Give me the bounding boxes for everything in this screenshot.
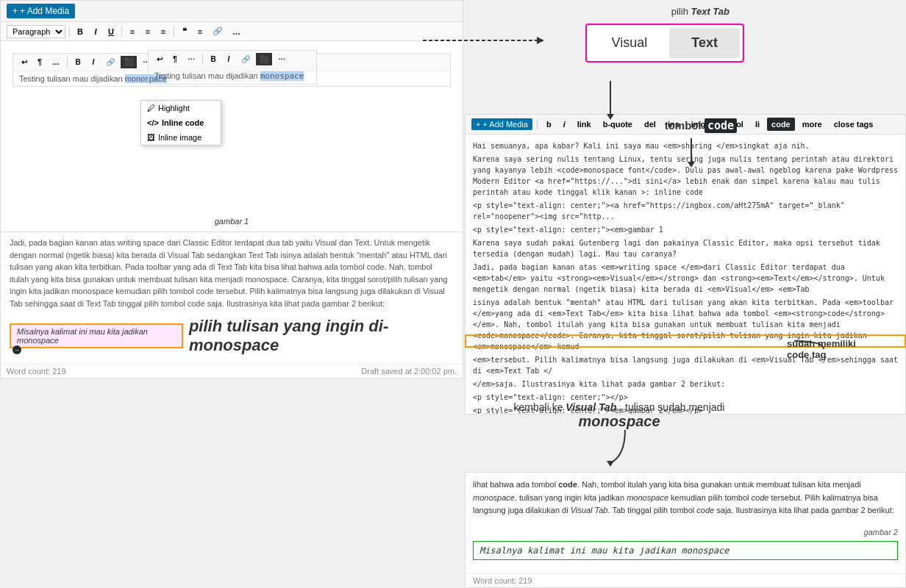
- word-count: Word count: 219: [7, 367, 66, 376]
- svg-marker-1: [537, 37, 544, 44]
- html-line-em2: </em>saja. Ilustrasinya kita lihat pada …: [473, 379, 898, 390]
- html-line-6: Jadi, pada bagian kanan atas <em>writing…: [473, 262, 898, 295]
- right-add-media-button[interactable]: + + Add Media: [471, 118, 532, 130]
- sep-2: [202, 54, 203, 65]
- i-btn-2[interactable]: I: [222, 53, 235, 65]
- para-btn-2[interactable]: ¶: [168, 53, 182, 65]
- html-line-2: Karena saya sering nulis tentang Linux, …: [473, 154, 898, 198]
- highlight-option[interactable]: 🖊 Highlight: [141, 101, 221, 115]
- more-button[interactable]: …: [229, 25, 244, 38]
- visual-tab-em: Visual Tab: [566, 401, 616, 413]
- html-line-1: Hai semuanya, apa kabar? Kali ini saya m…: [473, 140, 898, 151]
- code-label-text: code: [705, 118, 737, 133]
- right-html-panel: + + Add Media b i link b-quote del ins i…: [465, 114, 906, 415]
- context-menu: 🖊 Highlight </> Inline code 🖼 Inline ima…: [140, 100, 221, 146]
- monospace-large-text: monospace: [479, 413, 759, 430]
- code-btn-2[interactable]: ⬛: [256, 53, 272, 65]
- selection-handle: ↔: [13, 345, 21, 354]
- br-article-text: lihat bahwa ada tombol code. Nah, tombol…: [473, 478, 898, 517]
- undo-btn[interactable]: ↩: [18, 56, 31, 68]
- r-code-btn[interactable]: code: [767, 118, 795, 131]
- testing-text-2: Testing tulisan mau dijadikan monospace: [149, 68, 316, 84]
- format-toolbar: Paragraph B I U ≡ ≡ ≡ ❝ ≡ 🔗 …: [1, 22, 463, 41]
- link-btn[interactable]: 🔗: [102, 56, 118, 68]
- html-line-4: <p style="text-align: center;"><em>gamba…: [473, 224, 898, 235]
- add-media-label: + Add Media: [20, 6, 69, 16]
- left-editor-panel: + + Add Media Paragraph B I U ≡ ≡ ≡ ❝ ≡ …: [0, 0, 463, 270]
- gambar2-caption: gambar 2: [466, 526, 905, 538]
- draft-saved: Draft saved at 2:00:02 pm.: [361, 367, 457, 376]
- big-instruction-text: pilih tulisan yang ingin di-monospace: [189, 317, 454, 355]
- i-btn[interactable]: I: [87, 56, 100, 68]
- align-center-button[interactable]: ≡: [141, 25, 154, 38]
- r-close-tags-btn[interactable]: close tags: [830, 118, 878, 131]
- align-left-button[interactable]: ≡: [126, 25, 139, 38]
- right-plus-icon: +: [476, 120, 480, 129]
- b-btn[interactable]: B: [71, 56, 85, 68]
- more-btn-2[interactable]: ⋯: [274, 53, 289, 65]
- blockquote-button[interactable]: ❝: [178, 24, 191, 38]
- code-small-btn[interactable]: ⬛: [121, 56, 137, 68]
- html-line-3: <p style="text-align: center;"><a href="…: [473, 200, 898, 222]
- r-link-btn[interactable]: link: [573, 118, 596, 131]
- r-del-btn[interactable]: del: [640, 118, 660, 131]
- monospace-selection-row: Misalnya kalimat ini mau kita jadikan mo…: [1, 311, 463, 361]
- selected-text-2: monospace: [260, 71, 304, 81]
- dots-btn[interactable]: …: [49, 56, 63, 68]
- svg-marker-6: [607, 461, 614, 467]
- link-btn-2[interactable]: 🔗: [238, 53, 254, 65]
- toolbar-separator: [69, 26, 70, 37]
- tab-switcher-box: Visual Text: [585, 24, 744, 62]
- inline-image-option[interactable]: 🖼 Inline image: [141, 130, 221, 145]
- mono-selection-box: Misalnya kalimat ini mau kita jadikan mo…: [10, 323, 183, 348]
- text-tab-em: Text Tab: [691, 6, 730, 17]
- text-tab-button[interactable]: Text: [669, 28, 740, 58]
- paragraph-select[interactable]: Paragraph: [7, 25, 65, 38]
- bottom-word-count: Word count: 219: [466, 573, 905, 587]
- bottom-right-panel: lihat bahwa ada tombol code. Nah, tombol…: [465, 472, 906, 588]
- bottom-mono-box: Misalnya kalimat ini mau kita jadikan mo…: [473, 541, 898, 560]
- underline-button[interactable]: U: [104, 25, 118, 38]
- code-icon: </>: [147, 118, 159, 127]
- add-media-button[interactable]: + + Add Media: [7, 4, 75, 18]
- wp-main-toolbar: + + Add Media: [1, 1, 463, 22]
- pilih-instruction: pilih Text Tab: [671, 6, 730, 17]
- word-count-bar: Word count: 219 Draft saved at 2:00:02 p…: [1, 364, 463, 378]
- italic-button[interactable]: I: [89, 25, 102, 38]
- list-button[interactable]: ≡: [193, 25, 207, 38]
- r-bquote-btn[interactable]: b-quote: [599, 118, 637, 131]
- undo-btn-2[interactable]: ↩: [153, 53, 166, 65]
- highlight-icon: 🖊: [147, 104, 155, 112]
- tb-sep: [67, 57, 68, 68]
- plus-icon: +: [13, 6, 18, 16]
- toolbar-separator-3: [174, 26, 174, 37]
- bold-button[interactable]: B: [74, 25, 87, 38]
- kembali-label: kembali ke Visual Tab , tulisan sudah me…: [479, 401, 759, 430]
- image-icon: 🖼: [147, 133, 155, 142]
- align-right-button[interactable]: ≡: [157, 25, 170, 38]
- sudah-label: sudah memiliki code tag: [787, 338, 905, 360]
- format-btn[interactable]: ¶: [33, 56, 46, 68]
- right-html-content[interactable]: Hai semuanya, apa kabar? Kali ini saya m…: [466, 135, 905, 414]
- link-button[interactable]: 🔗: [209, 24, 226, 38]
- html-line-5: Karena saya sudah pakai Gutenberg lagi d…: [473, 237, 898, 259]
- b-btn-2[interactable]: B: [207, 53, 220, 65]
- bottom-left-panel: Jadi, pada bagian kanan atas writing spa…: [0, 232, 463, 379]
- r-more-btn[interactable]: more: [798, 118, 827, 131]
- article-text-2: Jadi, pada bagian kanan atas writing spa…: [1, 232, 463, 311]
- tombol-code-label: tombol code: [665, 119, 737, 132]
- inline-code-option[interactable]: </> Inline code: [141, 115, 221, 130]
- r-i-btn[interactable]: i: [559, 118, 570, 131]
- toolbar-separator-2: [121, 26, 122, 37]
- r-li-btn[interactable]: li: [751, 118, 764, 131]
- right-sep: [537, 119, 538, 129]
- bottom-right-content: lihat bahwa ada tombol code. Nah, tombol…: [466, 473, 905, 526]
- visual-tab-button[interactable]: Visual: [590, 28, 670, 58]
- dots-btn-2[interactable]: ⋯: [184, 53, 199, 65]
- r-b-btn[interactable]: b: [542, 118, 556, 131]
